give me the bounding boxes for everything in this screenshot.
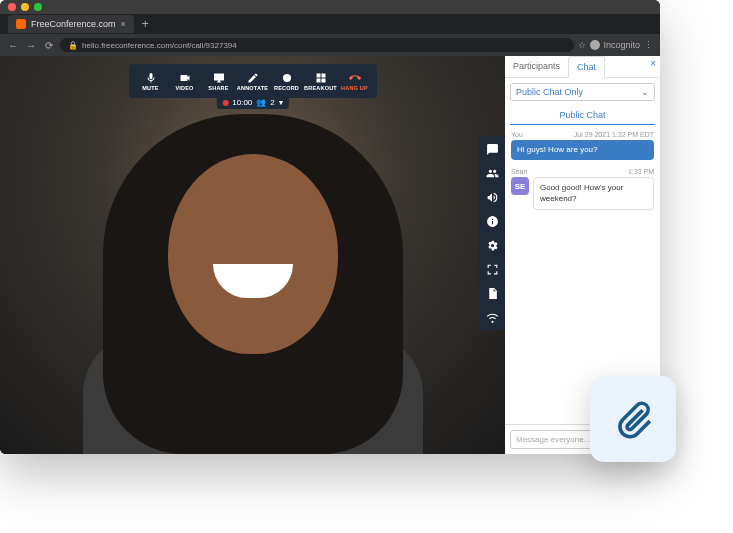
record-button[interactable]: RECORD: [271, 68, 303, 94]
side-rail: [479, 136, 505, 330]
fullscreen-icon[interactable]: [485, 262, 499, 276]
chevron-down-icon[interactable]: ▾: [279, 98, 283, 107]
nav-back-icon[interactable]: ←: [6, 40, 20, 51]
hangup-button[interactable]: HANG UP: [339, 68, 371, 94]
public-chat-header: Public Chat: [510, 106, 655, 125]
chat-bubble-mine: Hi guys! How are you?: [511, 140, 654, 160]
attachment-tile[interactable]: [590, 376, 676, 462]
mic-icon: [145, 72, 157, 84]
browser-tab[interactable]: FreeConference.com ×: [8, 15, 134, 33]
svg-point-0: [283, 74, 291, 82]
participants-icon[interactable]: [485, 166, 499, 180]
url-bar[interactable]: 🔒 hello.freeconference.com/conf/call/932…: [60, 38, 574, 52]
call-toolbar: MUTE VIDEO SHARE ANNOTATE RECORD: [129, 64, 377, 98]
msg-time: 1:33 PM: [628, 168, 654, 175]
nav-forward-icon[interactable]: →: [24, 40, 38, 51]
announce-icon[interactable]: [485, 190, 499, 204]
app-content: MUTE VIDEO SHARE ANNOTATE RECORD: [0, 56, 660, 454]
camera-icon: [179, 72, 191, 84]
nav-reload-icon[interactable]: ⟳: [42, 40, 56, 51]
browser-window: FreeConference.com × + ← → ⟳ 🔒 hello.fre…: [0, 0, 660, 454]
video-area: MUTE VIDEO SHARE ANNOTATE RECORD: [0, 56, 505, 454]
participant-video: [93, 94, 413, 454]
window-title-bar: [0, 0, 660, 14]
incognito-badge[interactable]: Incognito: [590, 40, 640, 50]
msg-sender-other: Sean: [511, 168, 527, 175]
window-close-button[interactable]: [8, 3, 16, 11]
call-status-chip: 10:00 👥 2 ▾: [216, 96, 288, 109]
browser-menu-icon[interactable]: ⋮: [644, 40, 654, 50]
tab-title: FreeConference.com: [31, 19, 116, 29]
chevron-down-icon: ⌄: [641, 87, 649, 97]
new-tab-button[interactable]: +: [142, 17, 149, 31]
annotate-button[interactable]: ANNOTATE: [237, 68, 269, 94]
breakout-button[interactable]: BREAKOUT: [305, 68, 337, 94]
people-icon: 👥: [256, 98, 266, 107]
browser-nav-bar: ← → ⟳ 🔒 hello.freeconference.com/conf/ca…: [0, 34, 660, 56]
phone-icon: [349, 72, 361, 84]
panel-close-icon[interactable]: ×: [650, 58, 656, 69]
chat-bubble-other: Good good! How's your weekend?: [533, 177, 654, 210]
mute-button[interactable]: MUTE: [135, 68, 167, 94]
panel-tabs: Participants Chat ×: [505, 56, 660, 78]
window-minimize-button[interactable]: [21, 3, 29, 11]
tab-chat[interactable]: Chat: [568, 56, 605, 78]
chat-filter-value: Public Chat Only: [516, 87, 583, 97]
settings-icon[interactable]: [485, 238, 499, 252]
pencil-icon: [247, 72, 259, 84]
wifi-icon[interactable]: [485, 310, 499, 324]
incognito-icon: [590, 40, 600, 50]
tab-close-icon[interactable]: ×: [121, 19, 126, 29]
star-icon[interactable]: ☆: [578, 40, 586, 50]
share-button[interactable]: SHARE: [203, 68, 235, 94]
chat-filter-select[interactable]: Public Chat Only ⌄: [510, 83, 655, 101]
lock-icon: 🔒: [68, 41, 78, 50]
info-icon[interactable]: [485, 214, 499, 228]
msg-sender-you: You: [511, 131, 523, 138]
grid-icon: [315, 72, 327, 84]
video-button[interactable]: VIDEO: [169, 68, 201, 94]
browser-tab-row: FreeConference.com × +: [0, 14, 660, 34]
msg-time: Jul 29 2021 1:32 PM EDT: [574, 131, 654, 138]
chat-icon[interactable]: [485, 142, 499, 156]
participant-count: 2: [270, 98, 274, 107]
window-maximize-button[interactable]: [34, 3, 42, 11]
favicon: [16, 19, 26, 29]
record-icon: [281, 72, 293, 84]
screen-icon: [213, 72, 225, 84]
incognito-label: Incognito: [603, 40, 640, 50]
call-timer: 10:00: [232, 98, 252, 107]
document-icon[interactable]: [485, 286, 499, 300]
avatar: SE: [511, 177, 529, 195]
record-dot-icon: [222, 100, 228, 106]
tab-participants[interactable]: Participants: [505, 56, 568, 77]
url-text: hello.freeconference.com/conf/call/93273…: [82, 41, 237, 50]
paperclip-icon: [611, 397, 655, 441]
